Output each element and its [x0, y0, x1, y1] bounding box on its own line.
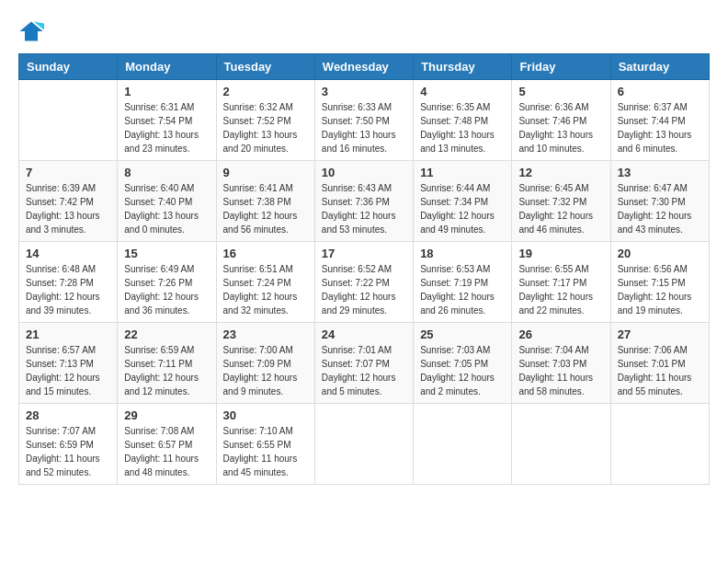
day-of-week-header: Wednesday: [314, 54, 413, 80]
calendar-day-cell: 28Sunrise: 7:07 AMSunset: 6:59 PMDayligh…: [19, 404, 118, 485]
day-number: 26: [518, 327, 603, 341]
calendar-day-cell: 2Sunrise: 6:32 AMSunset: 7:52 PMDaylight…: [216, 80, 314, 161]
day-number: 7: [26, 166, 110, 179]
day-of-week-header: Monday: [118, 54, 216, 80]
day-number: 25: [420, 327, 505, 341]
day-number: 16: [223, 247, 308, 260]
calendar-day-cell: 30Sunrise: 7:10 AMSunset: 6:55 PMDayligh…: [216, 404, 314, 485]
day-of-week-header: Tuesday: [216, 54, 314, 80]
day-number: 5: [518, 85, 603, 98]
calendar-day-cell: 19Sunrise: 6:55 AMSunset: 7:17 PMDayligh…: [512, 242, 610, 323]
calendar-day-cell: [314, 404, 413, 485]
calendar-day-cell: 17Sunrise: 6:52 AMSunset: 7:22 PMDayligh…: [314, 242, 413, 323]
day-info: Sunrise: 6:43 AMSunset: 7:36 PMDaylight:…: [322, 181, 406, 236]
calendar-week-row: 1Sunrise: 6:31 AMSunset: 7:54 PMDaylight…: [19, 80, 710, 161]
day-info: Sunrise: 7:00 AMSunset: 7:09 PMDaylight:…: [223, 343, 308, 398]
day-of-week-header: Friday: [512, 54, 610, 80]
calendar-day-cell: [512, 404, 610, 485]
day-info: Sunrise: 6:53 AMSunset: 7:19 PMDaylight:…: [420, 262, 505, 317]
day-number: 9: [223, 166, 308, 179]
day-number: 24: [322, 327, 406, 341]
calendar-week-row: 21Sunrise: 6:57 AMSunset: 7:13 PMDayligh…: [19, 323, 710, 404]
day-number: 3: [322, 85, 406, 98]
day-info: Sunrise: 6:35 AMSunset: 7:48 PMDaylight:…: [420, 100, 505, 155]
calendar-day-cell: 24Sunrise: 7:01 AMSunset: 7:07 PMDayligh…: [314, 323, 413, 404]
day-info: Sunrise: 6:55 AMSunset: 7:17 PMDaylight:…: [518, 262, 603, 317]
day-number: 4: [420, 85, 505, 98]
day-info: Sunrise: 6:39 AMSunset: 7:42 PMDaylight:…: [26, 181, 110, 236]
calendar-day-cell: [19, 80, 118, 161]
calendar-week-row: 7Sunrise: 6:39 AMSunset: 7:42 PMDaylight…: [19, 161, 710, 242]
calendar-day-cell: 27Sunrise: 7:06 AMSunset: 7:01 PMDayligh…: [610, 323, 709, 404]
day-number: 23: [223, 327, 308, 341]
calendar-day-cell: 21Sunrise: 6:57 AMSunset: 7:13 PMDayligh…: [19, 323, 118, 404]
day-number: 17: [322, 247, 406, 260]
calendar-day-cell: 13Sunrise: 6:47 AMSunset: 7:30 PMDayligh…: [610, 161, 709, 242]
day-info: Sunrise: 6:52 AMSunset: 7:22 PMDaylight:…: [322, 262, 406, 317]
calendar-day-cell: 1Sunrise: 6:31 AMSunset: 7:54 PMDaylight…: [118, 80, 216, 161]
day-number: 2: [223, 85, 308, 98]
day-number: 22: [124, 327, 209, 341]
day-number: 18: [420, 247, 505, 260]
day-number: 19: [518, 247, 603, 260]
day-info: Sunrise: 7:04 AMSunset: 7:03 PMDaylight:…: [518, 343, 603, 398]
day-info: Sunrise: 6:40 AMSunset: 7:40 PMDaylight:…: [124, 181, 209, 236]
calendar-day-cell: 14Sunrise: 6:48 AMSunset: 7:28 PMDayligh…: [19, 242, 118, 323]
day-number: 29: [124, 408, 209, 422]
calendar-day-cell: 23Sunrise: 7:00 AMSunset: 7:09 PMDayligh…: [216, 323, 314, 404]
calendar-table: SundayMondayTuesdayWednesdayThursdayFrid…: [18, 53, 710, 485]
day-info: Sunrise: 6:56 AMSunset: 7:15 PMDaylight:…: [618, 262, 702, 317]
day-info: Sunrise: 6:31 AMSunset: 7:54 PMDaylight:…: [124, 100, 209, 155]
calendar-day-cell: 4Sunrise: 6:35 AMSunset: 7:48 PMDaylight…: [414, 80, 512, 161]
day-number: 13: [618, 166, 702, 179]
day-number: 27: [618, 327, 702, 341]
day-number: 8: [124, 166, 209, 179]
day-number: 12: [518, 166, 603, 179]
day-of-week-header: Saturday: [610, 54, 709, 80]
calendar-day-cell: [414, 404, 512, 485]
day-info: Sunrise: 6:49 AMSunset: 7:26 PMDaylight:…: [124, 262, 209, 317]
day-number: 11: [420, 166, 505, 179]
calendar-day-cell: 6Sunrise: 6:37 AMSunset: 7:44 PMDaylight…: [610, 80, 709, 161]
day-number: 28: [26, 408, 110, 422]
calendar-header-row: SundayMondayTuesdayWednesdayThursdayFrid…: [19, 54, 710, 80]
calendar-day-cell: 11Sunrise: 6:44 AMSunset: 7:34 PMDayligh…: [414, 161, 512, 242]
day-info: Sunrise: 6:33 AMSunset: 7:50 PMDaylight:…: [322, 100, 406, 155]
calendar-day-cell: 3Sunrise: 6:33 AMSunset: 7:50 PMDaylight…: [314, 80, 413, 161]
day-info: Sunrise: 7:03 AMSunset: 7:05 PMDaylight:…: [420, 343, 505, 398]
day-info: Sunrise: 7:06 AMSunset: 7:01 PMDaylight:…: [618, 343, 702, 398]
day-number: 30: [223, 408, 308, 422]
day-info: Sunrise: 6:47 AMSunset: 7:30 PMDaylight:…: [618, 181, 702, 236]
day-info: Sunrise: 6:51 AMSunset: 7:24 PMDaylight:…: [223, 262, 308, 317]
calendar-day-cell: 29Sunrise: 7:08 AMSunset: 6:57 PMDayligh…: [118, 404, 216, 485]
calendar-day-cell: 26Sunrise: 7:04 AMSunset: 7:03 PMDayligh…: [512, 323, 610, 404]
calendar-day-cell: 22Sunrise: 6:59 AMSunset: 7:11 PMDayligh…: [118, 323, 216, 404]
calendar-day-cell: 12Sunrise: 6:45 AMSunset: 7:32 PMDayligh…: [512, 161, 610, 242]
day-number: 14: [26, 247, 110, 260]
day-info: Sunrise: 6:45 AMSunset: 7:32 PMDaylight:…: [518, 181, 603, 236]
day-number: 6: [618, 85, 702, 98]
day-info: Sunrise: 7:08 AMSunset: 6:57 PMDaylight:…: [124, 424, 209, 479]
calendar-day-cell: [610, 404, 709, 485]
day-number: 10: [322, 166, 406, 179]
calendar-day-cell: 10Sunrise: 6:43 AMSunset: 7:36 PMDayligh…: [314, 161, 413, 242]
day-of-week-header: Thursday: [414, 54, 512, 80]
day-info: Sunrise: 6:59 AMSunset: 7:11 PMDaylight:…: [124, 343, 209, 398]
calendar-week-row: 28Sunrise: 7:07 AMSunset: 6:59 PMDayligh…: [19, 404, 710, 485]
day-info: Sunrise: 7:07 AMSunset: 6:59 PMDaylight:…: [26, 424, 110, 479]
calendar-day-cell: 8Sunrise: 6:40 AMSunset: 7:40 PMDaylight…: [118, 161, 216, 242]
day-number: 1: [124, 85, 209, 98]
calendar-day-cell: 18Sunrise: 6:53 AMSunset: 7:19 PMDayligh…: [414, 242, 512, 323]
day-number: 21: [26, 327, 110, 341]
day-info: Sunrise: 7:10 AMSunset: 6:55 PMDaylight:…: [223, 424, 308, 479]
calendar-day-cell: 7Sunrise: 6:39 AMSunset: 7:42 PMDaylight…: [19, 161, 118, 242]
day-info: Sunrise: 6:57 AMSunset: 7:13 PMDaylight:…: [26, 343, 110, 398]
day-of-week-header: Sunday: [19, 54, 118, 80]
calendar-day-cell: 9Sunrise: 6:41 AMSunset: 7:38 PMDaylight…: [216, 161, 314, 242]
day-info: Sunrise: 7:01 AMSunset: 7:07 PMDaylight:…: [322, 343, 406, 398]
calendar-day-cell: 16Sunrise: 6:51 AMSunset: 7:24 PMDayligh…: [216, 242, 314, 323]
logo-icon: [18, 18, 44, 44]
day-number: 15: [124, 247, 209, 260]
calendar-day-cell: 5Sunrise: 6:36 AMSunset: 7:46 PMDaylight…: [512, 80, 610, 161]
calendar-day-cell: 25Sunrise: 7:03 AMSunset: 7:05 PMDayligh…: [414, 323, 512, 404]
